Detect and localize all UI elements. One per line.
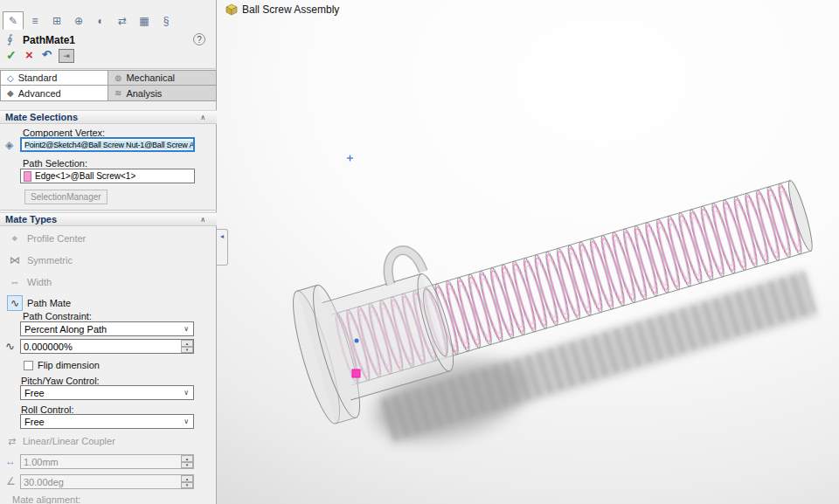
- spin-up-button[interactable]: ▴: [181, 475, 193, 482]
- selected-vertex-marker: [352, 369, 360, 377]
- flip-dimension-label: Flip dimension: [38, 360, 100, 370]
- collapse-chevron-icon: ∧: [200, 216, 205, 224]
- spin-up-button[interactable]: ▴: [181, 340, 193, 347]
- path-selection-value: Edge<1>@Ball Screw<1>: [35, 171, 135, 181]
- tab-standard-label: Standard: [18, 72, 58, 83]
- cancel-button[interactable]: ×: [25, 47, 33, 62]
- coupler-icon: ⇄: [8, 436, 16, 447]
- mate-type-symmetric[interactable]: ⋈ Symmetric: [0, 251, 217, 272]
- symmetric-icon: ⋈: [7, 252, 23, 268]
- graphics-viewport[interactable]: Ball Screw Assembly ◂: [217, 0, 839, 504]
- panel-tab-strip: ✎ ≡ ⊞ ⊕ ◐ ⇄ ▦ §: [3, 11, 177, 30]
- mate-type-label: Width: [27, 277, 52, 287]
- featuremanager-tab-icon[interactable]: ≡: [24, 11, 45, 30]
- angle-icon: ∠: [6, 475, 16, 487]
- roll-control-value: Free: [24, 417, 45, 427]
- tab-standard[interactable]: ◇ Standard: [0, 70, 108, 86]
- flip-dimension-checkbox[interactable]: [24, 361, 33, 370]
- chevron-down-icon: ∨: [184, 389, 189, 397]
- mechanical-mates-icon: ⊚: [114, 73, 121, 83]
- path-constraint-label: Path Constraint:: [23, 311, 92, 321]
- keep-visible-icon: ⇥: [63, 52, 70, 60]
- path-constraint-select[interactable]: Percent Along Path ∨: [20, 321, 194, 336]
- profile-center-icon: ⌖: [7, 231, 23, 246]
- mate-type-label: Profile Center: [27, 233, 86, 244]
- mate-type-label: Symmetric: [27, 255, 73, 266]
- vertex-point: [355, 339, 359, 343]
- tab-mechanical[interactable]: ⊚ Mechanical: [107, 70, 217, 86]
- tab-advanced[interactable]: ◆ Advanced: [0, 85, 108, 101]
- pitch-yaw-select[interactable]: Free ∨: [20, 385, 194, 400]
- configurations-tab-icon[interactable]: ⊞: [46, 11, 67, 30]
- propertymanager-tab-icon[interactable]: ✎: [3, 11, 24, 30]
- property-manager-panel: ✎ ≡ ⊞ ⊕ ◐ ⇄ ▦ § ∮ PathMate1 ? ✓ × ↶ ⇥ ◇ …: [0, 0, 217, 504]
- standard-mates-icon: ◇: [7, 73, 14, 83]
- document-tab-label: Ball Screw Assembly: [242, 3, 339, 16]
- mate-selections-header[interactable]: Mate Selections ∧: [0, 110, 217, 124]
- featuremanager-flyout-tab[interactable]: ◂: [217, 229, 228, 266]
- analysis-mates-icon: ≋: [114, 88, 121, 98]
- filter-tab-icon[interactable]: §: [156, 11, 177, 30]
- spin-up-button[interactable]: ▴: [181, 455, 193, 462]
- pitch-yaw-value: Free: [24, 388, 45, 398]
- mate-types-title: Mate Types: [5, 214, 57, 224]
- assembly-icon: [225, 3, 238, 16]
- mate-alignment-label: Mate alignment:: [12, 494, 80, 504]
- component-vertex-input[interactable]: Point2@Sketch4@Ball Screw Nut-1@Ball Scr…: [20, 137, 195, 152]
- path-selection-label: Path Selection:: [23, 158, 87, 169]
- collapse-chevron-icon: ∧: [200, 114, 205, 121]
- mate-clip-icon: ∮: [7, 32, 13, 45]
- advanced-mates-icon: ◆: [7, 88, 14, 98]
- coupler-distance-input[interactable]: 1.00mm ▴ ▾: [20, 454, 194, 469]
- ce-review-tab-icon[interactable]: ⇄: [112, 11, 133, 30]
- coupler-distance-value: 1.00mm: [24, 457, 59, 467]
- mate-type-width[interactable]: ⇔ Width: [0, 273, 217, 293]
- chevron-down-icon: ∨: [184, 418, 189, 425]
- spin-down-button[interactable]: ▾: [181, 347, 193, 354]
- spin-down-button[interactable]: ▾: [181, 462, 193, 469]
- linear-coupler-header: Linear/Linear Coupler: [23, 436, 115, 446]
- distance-icon: ↔: [5, 455, 16, 467]
- pane-table-tab-icon[interactable]: ▦: [134, 11, 155, 30]
- undo-button[interactable]: ↶: [42, 48, 52, 61]
- document-tab[interactable]: Ball Screw Assembly: [225, 3, 339, 16]
- percent-along-path-icon: ∿: [5, 340, 15, 353]
- sketch-point-marker: [347, 155, 353, 162]
- model-canvas[interactable]: [217, 0, 839, 504]
- vertex-select-icon: ◈: [5, 139, 13, 151]
- panel-title: PathMate1: [23, 34, 75, 46]
- path-color-swatch: [24, 171, 31, 182]
- width-icon: ⇔: [7, 274, 23, 290]
- tab-mechanical-label: Mechanical: [126, 72, 175, 83]
- chevron-down-icon: ∨: [184, 325, 189, 333]
- roll-control-select[interactable]: Free ∨: [20, 414, 194, 429]
- ok-button[interactable]: ✓: [6, 48, 17, 62]
- coupler-angle-value: 30.00deg: [24, 477, 64, 487]
- component-vertex-value: Point2@Sketch4@Ball Screw Nut-1@Ball Scr…: [24, 141, 195, 149]
- display-manager-tab-icon[interactable]: ◐: [90, 11, 111, 30]
- keep-visible-button[interactable]: ⇥: [59, 49, 74, 63]
- spin-down-button[interactable]: ▾: [181, 482, 193, 489]
- dimxpert-tab-icon[interactable]: ⊕: [68, 11, 89, 30]
- mate-types-header[interactable]: Mate Types ∧: [0, 212, 217, 226]
- tab-analysis-label: Analysis: [126, 88, 162, 99]
- percent-value: 0.000000%: [24, 342, 73, 352]
- path-selection-input[interactable]: Edge<1>@Ball Screw<1>: [20, 169, 195, 183]
- tab-advanced-label: Advanced: [18, 88, 61, 99]
- selection-manager-button[interactable]: SelectionManager: [24, 190, 107, 204]
- percent-along-path-input[interactable]: 0.000000% ▴ ▾: [20, 339, 194, 354]
- path-constraint-value: Percent Along Path: [24, 324, 107, 335]
- help-icon[interactable]: ?: [193, 33, 205, 45]
- mate-type-profile-center[interactable]: ⌖ Profile Center: [0, 229, 217, 250]
- mate-selections-title: Mate Selections: [5, 112, 78, 122]
- mate-type-label: Path Mate: [27, 298, 71, 308]
- flyout-arrow-icon: ◂: [220, 232, 224, 265]
- tab-analysis[interactable]: ≋ Analysis: [107, 85, 217, 101]
- path-mate-icon: ∿: [7, 295, 23, 311]
- coupler-angle-input[interactable]: 30.00deg ▴ ▾: [20, 474, 194, 489]
